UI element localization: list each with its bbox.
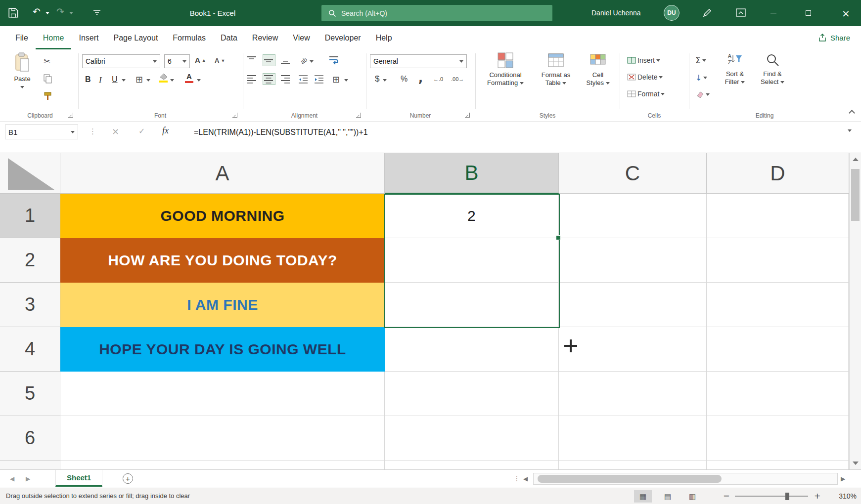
autosum-button[interactable]: Σ [695,55,706,65]
row-header-7-partial[interactable] [0,461,60,469]
ink-pen-icon[interactable] [702,8,712,18]
font-color-icon[interactable]: A [185,72,193,83]
collapse-ribbon-icon[interactable] [849,110,855,116]
bold-button[interactable]: B [85,75,91,84]
chevron-down-icon[interactable] [310,60,314,63]
tab-review[interactable]: Review [245,26,285,49]
tab-help[interactable]: Help [368,26,400,49]
tab-file[interactable]: File [8,26,36,49]
view-page-layout-button[interactable]: ▤ [659,490,677,503]
share-button[interactable]: Share [818,26,850,49]
avatar[interactable]: DU [664,5,680,21]
select-all-corner[interactable] [0,153,60,194]
increase-font-size-button[interactable]: A▲ [195,56,206,64]
comma-style-icon[interactable]: , [418,71,423,85]
view-page-break-button[interactable]: ▥ [683,490,701,503]
maximize-button[interactable] [796,0,820,26]
center-align-icon[interactable] [263,74,275,84]
sort-filter-button[interactable]: AZ Sort & Filter [718,52,752,110]
zoom-in-button[interactable]: + [814,491,820,501]
tab-data[interactable]: Data [213,26,245,49]
cell-A3[interactable]: I AM FINE [60,283,385,327]
horizontal-scroll-thumb[interactable] [538,475,722,483]
save-icon[interactable] [8,7,19,18]
cancel-icon[interactable]: × [112,126,119,136]
redo-button[interactable]: ↷ [56,7,64,16]
insert-function-icon[interactable]: fx [162,126,169,136]
previous-sheet-icon[interactable]: ◀ [10,475,14,482]
tab-home[interactable]: Home [36,26,72,49]
row-header-2[interactable]: 2 [0,238,60,283]
merge-center-icon[interactable]: ⊞ [332,74,340,84]
minimize-button[interactable] [762,0,785,26]
percent-style-icon[interactable]: % [401,75,408,84]
hscroll-right-icon[interactable]: ▶ [841,475,845,482]
format-cells-button[interactable]: Format [627,90,665,98]
row-header-5[interactable]: 5 [0,372,60,416]
align-bottom-icon[interactable] [281,56,291,65]
chevron-down-icon[interactable] [122,79,126,82]
scroll-down-icon[interactable] [853,462,859,465]
zoom-slider-track[interactable] [735,496,808,497]
view-normal-button[interactable]: ▦ [634,490,652,503]
enter-icon[interactable]: ✓ [138,126,145,136]
vertical-scroll-thumb[interactable] [851,169,860,221]
alignment-dialog-launcher[interactable] [356,113,361,118]
increase-indent-icon[interactable] [315,75,324,84]
cells-area[interactable]: GOOD MORNING HOW ARE YOU DOING TODAY? I … [60,194,849,469]
borders-icon[interactable]: ⊞ [136,74,143,84]
chevron-down-icon[interactable] [170,79,174,82]
cell-styles-button[interactable]: Cell Styles [582,52,614,110]
search-box[interactable]: Search (Alt+Q) [321,5,552,21]
delete-cells-button[interactable]: Delete [627,73,663,81]
tab-developer[interactable]: Developer [317,26,368,49]
orientation-icon[interactable]: ab [299,54,310,65]
chevron-down-icon[interactable] [344,79,348,82]
align-right-icon[interactable] [281,75,291,84]
cell-A4[interactable]: HOPE YOUR DAY IS GOING WELL [60,327,385,372]
format-as-table-button[interactable]: Format as Table [533,52,579,110]
column-header-a[interactable]: A [60,153,385,194]
vertical-scrollbar[interactable] [849,153,861,469]
wrap-text-icon[interactable] [329,56,339,65]
user-name[interactable]: Daniel Uchenna [591,9,641,17]
font-size-combo[interactable]: 6 [164,54,190,68]
middle-align-icon[interactable] [263,55,275,66]
paste-button[interactable]: Paste [8,52,37,110]
cell-A1[interactable]: GOOD MORNING [60,194,385,238]
fill-color-icon[interactable] [159,73,168,83]
formula-input[interactable]: =LEN(TRIM(A1))-LEN(SUBSTITUTE(A1," ","")… [194,128,368,137]
align-top-icon[interactable] [247,56,257,65]
insert-cells-button[interactable]: Insert [627,56,660,64]
fill-button[interactable]: ↓ [695,73,707,83]
sheet-tab-sheet1[interactable]: Sheet1 [55,470,102,487]
row-header-4[interactable]: 4 [0,327,60,372]
zoom-level[interactable]: 310% [829,492,857,500]
row-header-1[interactable]: 1 [0,194,60,238]
tab-insert[interactable]: Insert [71,26,106,49]
decrease-font-size-button[interactable]: A▼ [215,57,225,64]
tab-view[interactable]: View [285,26,317,49]
zoom-out-button[interactable]: − [723,491,729,501]
clear-button[interactable] [695,90,710,99]
underline-button[interactable]: U [112,75,118,84]
number-dialog-launcher[interactable] [465,113,470,118]
new-sheet-button[interactable]: + [123,473,133,484]
cell-B1-active[interactable]: 2 [385,194,558,238]
column-header-d[interactable]: D [707,153,849,194]
increase-decimal-icon[interactable]: ←.0 [433,76,443,82]
decrease-indent-icon[interactable] [299,75,309,84]
italic-button[interactable]: I [99,75,102,85]
tab-formulas[interactable]: Formulas [165,26,213,49]
tab-splitter-dots-icon[interactable]: ⋮ [513,474,520,482]
chevron-down-icon[interactable] [45,12,49,14]
ribbon-display-options-icon[interactable] [736,8,746,17]
chevron-down-icon[interactable] [146,79,150,82]
chevron-down-icon[interactable] [197,79,201,82]
expand-formula-bar-icon[interactable] [848,129,852,132]
chevron-down-icon[interactable] [383,79,387,82]
conditional-formatting-button[interactable]: Conditional Formatting [481,52,530,110]
undo-button[interactable]: ↶ [33,7,41,16]
column-header-c[interactable]: C [559,153,707,194]
format-painter-icon[interactable] [44,92,52,100]
